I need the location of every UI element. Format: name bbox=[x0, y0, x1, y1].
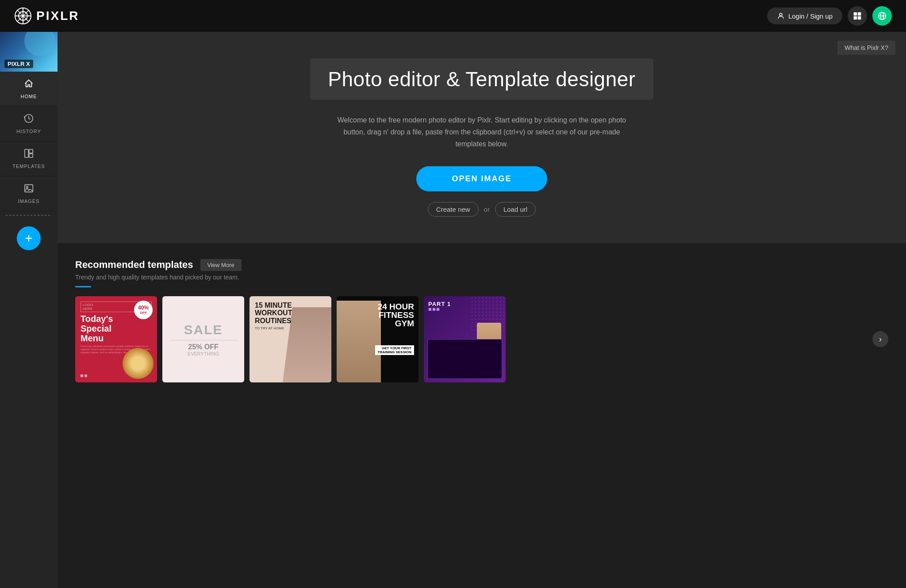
template-card-food[interactable]: LOGOHERE Today'sSpecialMenu 40% OFF Food… bbox=[75, 296, 157, 382]
grid-icon bbox=[853, 11, 862, 20]
page-layout: PIXLR X HOME HISTORY bbox=[0, 0, 906, 588]
templates-section: Recommended templates View More Trendy a… bbox=[58, 243, 906, 400]
sidebar-divider bbox=[6, 215, 52, 216]
home-icon bbox=[24, 79, 34, 91]
templates-row: LOGOHERE Today'sSpecialMenu 40% OFF Food… bbox=[75, 296, 867, 382]
images-icon bbox=[24, 183, 34, 196]
chevron-right-icon: › bbox=[879, 335, 882, 344]
card-food-image bbox=[123, 348, 154, 379]
svg-rect-17 bbox=[29, 154, 33, 157]
card-purple-label: PART 1 ▣▣▣ bbox=[428, 301, 451, 311]
sidebar-home-label: HOME bbox=[21, 94, 37, 99]
app-name: PIXLR bbox=[36, 9, 79, 23]
templates-section-title: Recommended templates bbox=[75, 259, 193, 271]
card-gym-figure bbox=[337, 301, 381, 382]
templates-next-arrow[interactable]: › bbox=[872, 331, 888, 347]
card-workout-sub: TO TRY AT HOME bbox=[255, 326, 292, 330]
hero-section: What is Pixlr X? Photo editor & Template… bbox=[58, 32, 906, 243]
template-card-sale[interactable]: SALE 25% OFF EVERYTHING bbox=[162, 296, 244, 382]
sidebar-templates-label: TEMPLATES bbox=[12, 164, 45, 169]
card-sale-main-text: SALE bbox=[184, 322, 223, 337]
svg-rect-15 bbox=[25, 149, 28, 157]
logo-area: PIXLR bbox=[14, 7, 79, 25]
card-food-badge: 40% OFF bbox=[134, 301, 153, 319]
card-purple-sublabel: ▣▣▣ bbox=[428, 307, 451, 311]
hero-title: Photo editor & Template designer bbox=[328, 67, 635, 91]
add-icon: + bbox=[25, 231, 33, 246]
history-icon bbox=[24, 114, 34, 126]
login-signup-button[interactable]: Login / Sign up bbox=[767, 8, 842, 24]
templates-header: Recommended templates View More bbox=[75, 259, 888, 271]
card-purple-screen bbox=[427, 339, 502, 379]
sidebar: PIXLR X HOME HISTORY bbox=[0, 32, 58, 588]
sidebar-item-images[interactable]: IMAGES bbox=[0, 176, 58, 211]
svg-rect-8 bbox=[858, 12, 861, 16]
svg-rect-7 bbox=[854, 12, 857, 16]
topnav-right-group: Login / Sign up bbox=[767, 6, 892, 26]
card-sale-sub-text: 25% OFF bbox=[188, 343, 218, 351]
pixlr-logo-icon bbox=[14, 7, 32, 25]
pixlr-x-badge: PIXLR X bbox=[4, 60, 33, 68]
svg-rect-10 bbox=[858, 16, 861, 20]
svg-point-19 bbox=[27, 186, 28, 188]
templates-subtitle: Trendy and high quality templates hand p… bbox=[75, 274, 888, 281]
template-card-purple[interactable]: PART 1 ▣▣▣ bbox=[424, 296, 506, 382]
svg-rect-16 bbox=[29, 149, 33, 153]
view-more-button[interactable]: View More bbox=[200, 259, 242, 271]
top-navigation: PIXLR Login / Sign up bbox=[0, 0, 906, 32]
svg-point-6 bbox=[779, 13, 782, 16]
template-card-gym[interactable]: 24 HOURFITNESSGYM GET YOUR FIRSTTRAINING… bbox=[337, 296, 418, 382]
sidebar-item-history[interactable]: HISTORY bbox=[0, 107, 58, 141]
sidebar-item-templates[interactable]: TEMPLATES bbox=[0, 141, 58, 176]
login-label: Login / Sign up bbox=[788, 12, 833, 20]
create-new-button[interactable]: Create new bbox=[428, 202, 479, 217]
or-separator: or bbox=[484, 206, 490, 213]
main-content: What is Pixlr X? Photo editor & Template… bbox=[58, 32, 906, 588]
load-url-button[interactable]: Load url bbox=[495, 202, 536, 217]
card-food-play-icons bbox=[81, 374, 87, 377]
what-is-pixlr-button[interactable]: What is Pixlr X? bbox=[837, 41, 895, 55]
sidebar-images-label: IMAGES bbox=[18, 199, 40, 204]
globe-icon bbox=[878, 11, 887, 20]
templates-row-wrapper: LOGOHERE Today'sSpecialMenu 40% OFF Food… bbox=[75, 296, 888, 382]
add-button[interactable]: + bbox=[17, 226, 41, 250]
template-card-workout[interactable]: 15 MINUTEWORKOUTROUTINES TO TRY AT HOME bbox=[250, 296, 331, 382]
language-globe-button[interactable] bbox=[872, 6, 892, 26]
templates-icon bbox=[24, 149, 34, 161]
sidebar-item-home[interactable]: HOME bbox=[0, 72, 58, 107]
card-gym-title: 24 HOURFITNESSGYM bbox=[375, 302, 414, 328]
card-workout-title: 15 MINUTEWORKOUTROUTINES bbox=[255, 302, 292, 325]
apps-grid-button[interactable] bbox=[848, 6, 867, 26]
templates-underline bbox=[75, 286, 91, 287]
card-workout-text-area: 15 MINUTEWORKOUTROUTINES TO TRY AT HOME bbox=[255, 302, 292, 331]
hero-subtitle: Welcome to the free modern photo editor … bbox=[331, 114, 632, 150]
card-sale-pct-text: EVERYTHING bbox=[188, 351, 219, 356]
sidebar-logo-area: PIXLR X bbox=[0, 32, 58, 72]
hero-secondary-actions: Create new or Load url bbox=[428, 202, 536, 217]
open-image-button[interactable]: OPEN IMAGE bbox=[416, 166, 547, 191]
svg-rect-9 bbox=[854, 16, 857, 20]
sidebar-history-label: HISTORY bbox=[16, 129, 41, 134]
person-icon bbox=[777, 12, 785, 20]
card-gym-sub: GET YOUR FIRSTTRAINING SESSION bbox=[375, 345, 414, 355]
hero-title-box: Photo editor & Template designer bbox=[310, 58, 653, 100]
card-gym-text-area: 24 HOURFITNESSGYM GET YOUR FIRSTTRAINING… bbox=[375, 302, 414, 355]
sale-divider bbox=[169, 340, 237, 340]
